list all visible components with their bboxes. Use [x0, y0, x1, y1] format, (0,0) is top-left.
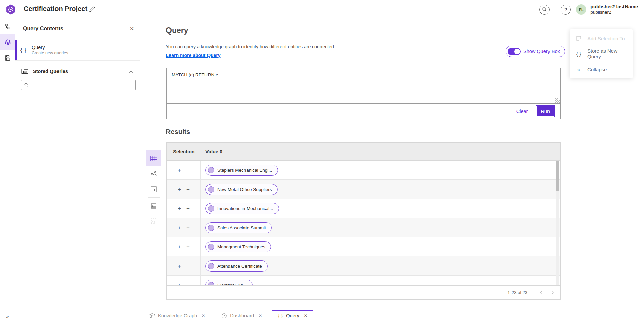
- remove-from-selection-icon[interactable]: −: [186, 225, 190, 231]
- selection-cell: + −: [167, 218, 201, 237]
- entity-dot-icon: [208, 205, 214, 212]
- user-avatar[interactable]: PL: [576, 4, 586, 15]
- layout-view-icon[interactable]: [146, 198, 161, 213]
- tab-label: Dashboard: [230, 313, 254, 318]
- value-cell: Attendance Certificate: [201, 260, 560, 272]
- help-icon[interactable]: ?: [561, 5, 571, 15]
- search-icon[interactable]: [539, 5, 550, 15]
- remove-from-selection-icon[interactable]: −: [186, 167, 190, 173]
- remove-from-selection-icon[interactable]: −: [186, 206, 190, 211]
- results-heading: Results: [166, 128, 190, 136]
- add-to-selection-icon[interactable]: +: [178, 187, 181, 192]
- column-header-value: Value 0: [201, 149, 222, 154]
- close-tab-icon[interactable]: ✕: [304, 313, 307, 318]
- remove-from-selection-icon[interactable]: −: [186, 244, 190, 250]
- selection-cell: + −: [167, 256, 201, 275]
- entity-dot-icon: [208, 225, 214, 231]
- entity-dot-icon: [208, 186, 214, 193]
- tab-label: Query: [286, 313, 299, 318]
- entity-dot-icon: [208, 244, 214, 250]
- data-model-icon[interactable]: [0, 19, 15, 34]
- edit-title-icon[interactable]: [89, 6, 96, 13]
- braces-icon: { }: [278, 313, 283, 318]
- graph-view-icon[interactable]: [146, 166, 161, 182]
- tab-query[interactable]: { } Query ✕: [272, 310, 313, 321]
- stored-queries-header[interactable]: Stored Queries: [15, 63, 140, 80]
- tab-knowledge-graph[interactable]: Knowledge Graph ✕: [144, 310, 211, 321]
- add-to-selection-icon[interactable]: +: [178, 206, 181, 211]
- table-row: + − Attendance Certificate: [167, 256, 560, 276]
- entity-pill[interactable]: New Metal Office Suppliers: [205, 184, 278, 195]
- table-footer: 1-23 of 23: [167, 285, 560, 299]
- view-tab-bar: Knowledge Graph ✕ Dashboard ✕ { } Query …: [140, 310, 644, 321]
- entity-dot-icon: [208, 263, 214, 269]
- entity-label: Staplers Mechanical Engi...: [217, 168, 272, 173]
- table-header: Selection Value 0: [167, 143, 560, 161]
- scrollbar-thumb[interactable]: [556, 161, 559, 191]
- panel-title: Query Contents: [23, 26, 130, 32]
- value-cell: Innovations in Mechanical...: [201, 203, 560, 214]
- collapse-label: Collapse: [587, 67, 607, 72]
- close-tab-icon[interactable]: ✕: [259, 313, 262, 318]
- tab-dashboard[interactable]: Dashboard ✕: [216, 310, 268, 321]
- close-panel-icon[interactable]: ✕: [130, 26, 134, 31]
- value-cell: Staplers Mechanical Engi...: [201, 165, 560, 176]
- selection-cell: + −: [167, 237, 201, 256]
- add-selection-to-item: Add Selection To: [570, 31, 633, 46]
- add-to-selection-icon[interactable]: +: [178, 263, 181, 269]
- search-input[interactable]: [31, 80, 135, 90]
- entity-pill[interactable]: Electrical Tid...: [205, 280, 253, 286]
- entity-pill[interactable]: Managment Techniques: [205, 241, 271, 252]
- resize-handle[interactable]: [555, 98, 560, 103]
- query-editor[interactable]: MATCH (e) RETURN e: [166, 68, 561, 104]
- collapse-section-icon[interactable]: [129, 68, 133, 74]
- remove-from-selection-icon[interactable]: −: [186, 263, 190, 269]
- store-as-new-query-item[interactable]: { } Store as New Query: [570, 46, 633, 62]
- map-view-icon[interactable]: [146, 182, 161, 197]
- next-page-icon[interactable]: [548, 288, 557, 297]
- remove-from-selection-icon[interactable]: −: [186, 282, 190, 286]
- add-to-selection-icon[interactable]: +: [178, 167, 181, 173]
- entity-label: Electrical Tid...: [217, 283, 247, 286]
- toggle-switch-icon[interactable]: [508, 48, 521, 55]
- show-query-box-toggle[interactable]: Show Query Box: [506, 46, 565, 57]
- query-list-item[interactable]: { } Query Create new queries: [15, 40, 140, 61]
- value-cell: Managment Techniques: [201, 241, 560, 252]
- entity-label: Attendance Certificate: [217, 264, 262, 269]
- pagination-label: 1-23 of 23: [507, 290, 527, 295]
- chevrons-right-icon: »: [575, 67, 582, 72]
- table-view-icon[interactable]: [146, 150, 161, 166]
- expand-panel-icon[interactable]: »: [0, 313, 15, 319]
- contents-layers-icon[interactable]: [0, 34, 15, 50]
- value-cell: Sales Associate Summit: [201, 222, 560, 233]
- selection-cell: + −: [167, 180, 201, 199]
- entity-pill[interactable]: Attendance Certificate: [205, 260, 268, 272]
- column-header-selection: Selection: [167, 149, 201, 154]
- store-query-label: Store as New Query: [587, 48, 633, 59]
- query-description: You can query a knowledge graph to ident…: [166, 44, 335, 49]
- collapse-item[interactable]: » Collapse: [570, 62, 633, 77]
- learn-more-link[interactable]: Learn more about Query: [166, 53, 221, 58]
- remove-from-selection-icon[interactable]: −: [186, 187, 190, 192]
- entity-pill[interactable]: Innovations in Mechanical...: [205, 203, 279, 214]
- save-icon[interactable]: [0, 50, 15, 65]
- run-button[interactable]: Run: [536, 106, 554, 117]
- selection-cell: + −: [167, 161, 201, 179]
- value-cell: Electrical Tid...: [201, 280, 560, 286]
- close-tab-icon[interactable]: ✕: [202, 313, 205, 318]
- entity-pill[interactable]: Sales Associate Summit: [205, 222, 272, 233]
- search-small-icon: [24, 83, 29, 88]
- entity-pill[interactable]: Staplers Mechanical Engi...: [205, 165, 278, 176]
- panel-header: Query Contents ✕: [15, 19, 140, 38]
- user-info[interactable]: publisher2 lastName publisher2: [590, 4, 638, 15]
- value-cell: New Metal Office Suppliers: [201, 184, 560, 195]
- clear-button[interactable]: Clear: [512, 106, 532, 116]
- add-to-selection-icon[interactable]: +: [178, 282, 181, 286]
- table-row: + − Innovations in Mechanical...: [167, 199, 560, 218]
- add-to-selection-icon[interactable]: +: [178, 225, 181, 231]
- scrollbar-track[interactable]: [556, 161, 559, 285]
- add-to-selection-icon[interactable]: +: [178, 244, 181, 250]
- previous-page-icon[interactable]: [537, 288, 545, 297]
- project-title: Certification Project: [24, 5, 87, 13]
- query-contents-panel: Query Contents ✕ { } Query Create new qu…: [15, 19, 140, 321]
